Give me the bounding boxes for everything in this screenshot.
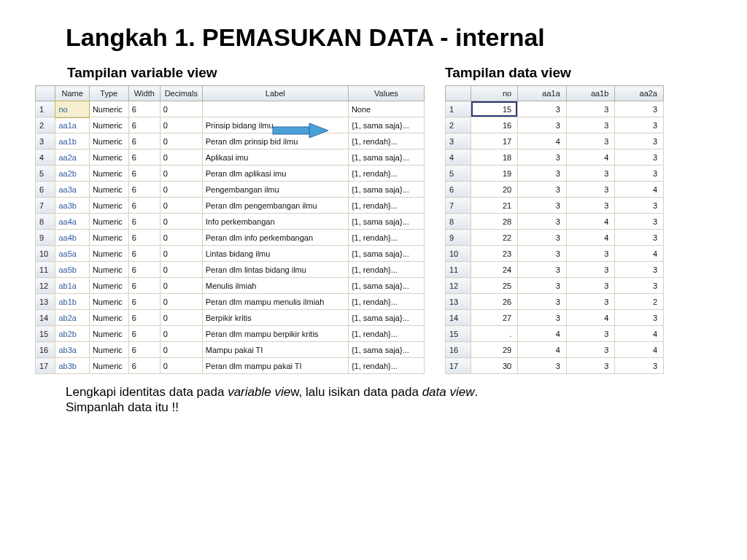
cell[interactable]: 0	[160, 294, 202, 310]
cell[interactable]: {1, rendah}...	[348, 230, 424, 246]
cell[interactable]: 3	[518, 166, 567, 182]
cell[interactable]: 3	[615, 117, 664, 133]
row-header[interactable]: 15	[446, 326, 471, 342]
cell[interactable]: Numeric	[89, 230, 128, 246]
table-row[interactable]: 721333	[446, 198, 664, 214]
cell[interactable]: 4	[566, 214, 615, 230]
cell[interactable]: 6	[128, 182, 160, 198]
cell[interactable]: .	[471, 326, 518, 342]
cell[interactable]: {1, rendah}...	[348, 133, 424, 149]
cell[interactable]: 3	[615, 214, 664, 230]
row-header[interactable]: 17	[36, 358, 55, 374]
cell[interactable]: Lintas bidang ilmu	[202, 246, 348, 262]
cell[interactable]: 30	[471, 358, 518, 374]
cell[interactable]: 3	[615, 230, 664, 246]
cell[interactable]: 3	[518, 149, 567, 166]
cell[interactable]: 19	[471, 166, 518, 182]
cell[interactable]: Menulis ilmiah	[202, 278, 348, 294]
table-row[interactable]: 922343	[446, 230, 664, 246]
table-row[interactable]: 14ab2aNumeric60Berpikir kritis{1, sama s…	[36, 310, 425, 326]
cell[interactable]: Numeric	[89, 326, 128, 342]
column-header[interactable]: Decimals	[160, 86, 202, 101]
row-header[interactable]: 3	[36, 133, 55, 149]
cell[interactable]: Numeric	[89, 310, 128, 326]
cell[interactable]: 6	[128, 198, 160, 214]
cell[interactable]: ab2b	[55, 326, 89, 342]
row-header[interactable]: 6	[446, 182, 471, 198]
cell[interactable]: 17	[471, 133, 518, 149]
cell[interactable]: 25	[471, 278, 518, 294]
cell[interactable]: 4	[615, 326, 664, 342]
cell[interactable]: 3	[518, 246, 567, 262]
cell[interactable]: Numeric	[89, 262, 128, 278]
table-row[interactable]: 1730333	[446, 358, 664, 374]
cell[interactable]: Numeric	[89, 133, 128, 149]
table-row[interactable]: 216333	[446, 117, 664, 133]
cell[interactable]: 0	[160, 133, 202, 149]
cell[interactable]: 0	[160, 278, 202, 294]
cell[interactable]: 6	[128, 294, 160, 310]
table-row[interactable]: 11aa5bNumeric60Peran dlm lintas bidang i…	[36, 262, 425, 278]
row-header[interactable]: 15	[36, 326, 55, 342]
cell[interactable]: aa1b	[55, 133, 89, 149]
column-header[interactable]: Width	[128, 86, 160, 101]
cell[interactable]: ab3b	[55, 358, 89, 374]
cell[interactable]: 0	[160, 342, 202, 358]
cell[interactable]: Berpikir kritis	[202, 310, 348, 326]
table-row[interactable]: 828343	[446, 214, 664, 230]
cell[interactable]: 3	[566, 294, 615, 310]
table-row[interactable]: 5aa2bNumeric60Peran dlm aplikasi imu{1, …	[36, 166, 425, 182]
cell[interactable]: {1, sama saja}...	[348, 214, 424, 230]
row-header[interactable]: 13	[36, 294, 55, 310]
table-row[interactable]: 17ab3bNumeric60Peran dlm mampu pakai TI{…	[36, 358, 425, 374]
cell[interactable]: 6	[128, 246, 160, 262]
cell[interactable]: Numeric	[89, 149, 128, 166]
cell[interactable]: Peran dlm info perkembangan	[202, 230, 348, 246]
cell[interactable]: 4	[566, 230, 615, 246]
table-row[interactable]: 4aa2aNumeric60Aplikasi imu{1, sama saja}…	[36, 149, 425, 166]
table-row[interactable]: 317433	[446, 133, 664, 149]
cell[interactable]: 3	[566, 198, 615, 214]
column-header[interactable]: aa2a	[615, 86, 664, 101]
row-header[interactable]: 16	[36, 342, 55, 358]
cell[interactable]: 0	[160, 198, 202, 214]
cell[interactable]: {1, sama saja}...	[348, 342, 424, 358]
cell[interactable]: Peran dlm aplikasi imu	[202, 166, 348, 182]
cell[interactable]: {1, rendah}...	[348, 166, 424, 182]
cell[interactable]: 3	[518, 294, 567, 310]
cell[interactable]: {1, sama saja}...	[348, 310, 424, 326]
row-header[interactable]: 2	[36, 117, 55, 133]
cell[interactable]: 3	[518, 214, 567, 230]
row-header[interactable]: 7	[36, 198, 55, 214]
table-row[interactable]: 15.434	[446, 326, 664, 342]
table-row[interactable]: 10aa5aNumeric60Lintas bidang ilmu{1, sam…	[36, 246, 425, 262]
table-row[interactable]: 12ab1aNumeric60Menulis ilmiah{1, sama sa…	[36, 278, 425, 294]
cell[interactable]: 3	[566, 342, 615, 358]
cell[interactable]: 22	[471, 230, 518, 246]
cell[interactable]: 3	[518, 358, 567, 374]
row-header[interactable]: 7	[446, 198, 471, 214]
cell[interactable]: 27	[471, 310, 518, 326]
cell[interactable]: 3	[518, 230, 567, 246]
column-header[interactable]: no	[471, 86, 518, 101]
cell[interactable]: {1, sama saja}...	[348, 117, 424, 133]
cell[interactable]: 6	[128, 310, 160, 326]
cell[interactable]: 4	[566, 149, 615, 166]
column-header[interactable]: Label	[202, 86, 348, 101]
row-header[interactable]: 2	[446, 117, 471, 133]
cell[interactable]: 4	[615, 342, 664, 358]
cell[interactable]: 6	[128, 278, 160, 294]
column-header[interactable]: aa1a	[518, 86, 567, 101]
table-row[interactable]: 13ab1bNumeric60Peran dlm mampu menulis i…	[36, 294, 425, 310]
cell[interactable]: 0	[160, 101, 202, 117]
row-header[interactable]: 12	[446, 278, 471, 294]
cell[interactable]: 0	[160, 310, 202, 326]
table-row[interactable]: 15ab2bNumeric60Peran dlm mampu berpikir …	[36, 326, 425, 342]
cell[interactable]: {1, rendah}...	[348, 294, 424, 310]
cell[interactable]: 3	[518, 278, 567, 294]
cell[interactable]: 3	[518, 262, 567, 278]
row-header[interactable]: 3	[446, 133, 471, 149]
row-header[interactable]: 10	[446, 246, 471, 262]
cell[interactable]: 4	[518, 133, 567, 149]
cell[interactable]: 20	[471, 182, 518, 198]
